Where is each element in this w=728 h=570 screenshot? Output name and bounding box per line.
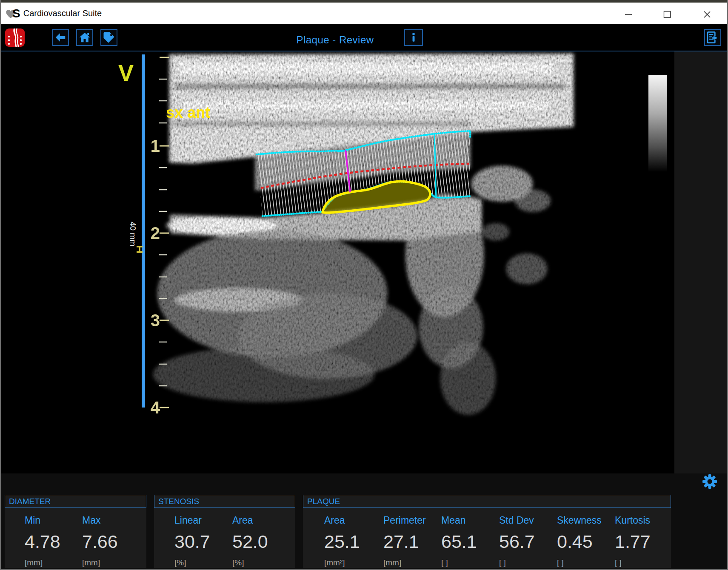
metric-plaque-kurtosis: Kurtosis 1.77 [ ]: [615, 508, 651, 567]
metric-plaque-area: Area 25.1 [mm²]: [324, 508, 360, 567]
metric-value: 52.0: [232, 531, 268, 552]
plaque-panel-header: PLAQUE: [303, 495, 671, 508]
plaque-panel: PLAQUE Area 25.1 [mm²] Perimeter 27.1 [m…: [303, 495, 671, 568]
metric-unit: [ ]: [557, 558, 602, 567]
metric-value: 4.78: [25, 531, 60, 552]
metric-value: 0.45: [557, 531, 602, 552]
metric-stenosis-area: Area 52.0 [%]: [232, 508, 268, 567]
metric-unit: [%]: [174, 558, 210, 567]
right-gutter: [674, 51, 728, 473]
ruler-label-1: 1: [151, 137, 160, 155]
app-logo: S: [4, 7, 20, 20]
metric-unit: [mm]: [383, 558, 426, 567]
stenosis-panel: STENOSIS Linear 30.7 [%] Area 52.0 [%]: [154, 495, 295, 568]
logo-letter: S: [12, 7, 20, 20]
metric-plaque-stddev: Std Dev 56.7 [ ]: [499, 508, 535, 567]
window-title: Cardiovascular Suite: [23, 9, 102, 18]
panel-title: DIAMETER: [9, 497, 51, 506]
image-label: sx ant: [166, 104, 210, 121]
metric-unit: [%]: [232, 558, 268, 567]
metric-label: Linear: [174, 515, 210, 526]
ultrasound-viewport[interactable]: 1 2 3 4 40 mm V sx ant: [0, 51, 728, 473]
titlebar: S Cardiovascular Suite: [0, 0, 728, 24]
metric-value: 25.1: [324, 531, 360, 552]
metric-label: Perimeter: [383, 515, 426, 526]
diameter-panel: DIAMETER Min 4.78 [mm] Max 7.66 [mm]: [5, 495, 146, 568]
metric-unit: [mm²]: [324, 558, 360, 567]
metric-label: Std Dev: [499, 515, 535, 526]
measurements-strip: DIAMETER Min 4.78 [mm] Max 7.66 [mm] STE…: [0, 473, 728, 570]
grayscale-bar: [648, 75, 667, 171]
panel-title: PLAQUE: [307, 497, 340, 506]
metric-value: 56.7: [499, 531, 535, 552]
ruler-label-2: 2: [151, 224, 160, 242]
metric-label: Kurtosis: [615, 515, 651, 526]
metric-unit: [ ]: [499, 558, 535, 567]
panel-title: STENOSIS: [158, 497, 199, 506]
screen-title: Plaque - Review: [0, 34, 728, 46]
metric-label: Mean: [441, 515, 477, 526]
minimize-button[interactable]: [622, 8, 635, 21]
metric-value: 7.66: [82, 531, 118, 552]
settings-button[interactable]: [702, 474, 717, 489]
metric-stenosis-linear: Linear 30.7 [%]: [174, 508, 210, 567]
orientation-marker: V: [118, 60, 134, 86]
metric-unit: [mm]: [82, 558, 118, 567]
metric-label: Max: [82, 515, 118, 526]
ruler-label-3: 3: [151, 311, 160, 330]
maximize-button[interactable]: [661, 8, 674, 21]
stenosis-panel-header: STENOSIS: [154, 495, 295, 508]
ruler-bar[interactable]: [142, 54, 145, 408]
diameter-panel-header: DIAMETER: [5, 495, 146, 508]
export-report-icon: [706, 31, 719, 44]
metric-unit: [mm]: [25, 558, 60, 567]
close-button[interactable]: [701, 8, 714, 21]
minimize-icon: [623, 9, 634, 20]
metric-label: Skewness: [557, 515, 602, 526]
metric-label: Area: [324, 515, 360, 526]
ruler-label-4: 4: [151, 398, 160, 417]
metric-label: Area: [232, 515, 268, 526]
metric-unit: [ ]: [615, 558, 651, 567]
metric-value: 1.77: [615, 531, 651, 552]
metric-unit: [ ]: [441, 558, 477, 567]
metric-plaque-mean: Mean 65.1 [ ]: [441, 508, 477, 567]
metric-value: 27.1: [383, 531, 426, 552]
info-icon: [408, 31, 420, 44]
metric-plaque-perimeter: Perimeter 27.1 [mm]: [383, 508, 426, 567]
ruler-length-label: 40 mm: [128, 222, 137, 246]
metric-diameter-max: Max 7.66 [mm]: [82, 508, 118, 567]
gear-icon: [702, 474, 717, 489]
metric-plaque-skewness: Skewness 0.45 [ ]: [557, 508, 602, 567]
metric-label: Min: [25, 515, 60, 526]
export-report-button[interactable]: [704, 29, 721, 46]
toolbar: Plaque - Review: [0, 24, 728, 51]
maximize-icon: [662, 9, 672, 20]
metric-value: 65.1: [441, 531, 477, 552]
metric-value: 30.7: [174, 531, 210, 552]
metric-diameter-min: Min 4.78 [mm]: [25, 508, 60, 567]
close-icon: [702, 9, 712, 20]
window-border-left: [0, 0, 1, 570]
info-button[interactable]: [404, 29, 423, 46]
